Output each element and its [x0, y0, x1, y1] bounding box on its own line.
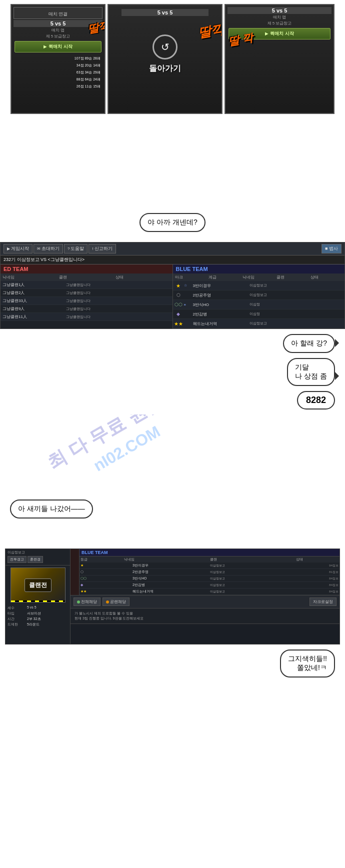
- info-type: 타입 서브미션: [8, 611, 68, 616]
- blue-player-row-4: ◆ 2반감병 이삼정: [173, 310, 345, 319]
- col-status-blue: 상태: [310, 274, 342, 280]
- red-player-row-5: 그냥클랜11人 그냥클랜입니다: [0, 313, 172, 321]
- white-space-2: [0, 480, 345, 494]
- bottom-section: 아 새끼들 나갔어—— 이삼정보고 전투경고 훈련경 클랜전: [0, 494, 345, 682]
- red-player-row-2: 그냥클랜2人 그냥클랜입니다: [0, 289, 172, 297]
- p2-col-name: 닉네임: [124, 557, 209, 562]
- p2-player-4: ◆ 2반감병 이삼정보고 84점보: [80, 582, 340, 588]
- game-panel-2: 이삼정보고 전투경고 훈련경 클랜전 세수: [5, 548, 340, 644]
- match-desc: 가 블노시시 제의 도로함들 볼 수 있을 현재 3팀 진행중 입니다. 9판을…: [72, 610, 338, 622]
- report-label: 이삼정보고: [8, 550, 68, 555]
- game-panel-main: ▶ 게임시작 ✉ 초대하기 ? 도움말 ! 신고하기 ■ 뱁사 232기 이삼정…: [0, 242, 345, 329]
- game-start-btn[interactable]: ▶ 게임시작: [4, 244, 32, 254]
- blue-player-row-1: ★ ☆ 3반이경우 이삼정보고: [173, 281, 345, 290]
- middle-section: 야 아까 개넨데? ▶ 게임시작 ✉ 초대하기 ? 도움말 ! 신고하기 ■: [0, 208, 345, 480]
- dalkak-label-1: 딸깍: [86, 18, 106, 36]
- match-label-1: 매치 연결: [48, 12, 68, 16]
- final-white-space: [0, 682, 345, 832]
- report-section: 이삼정보고 전투경고 훈련경: [6, 549, 70, 566]
- report-btn-2[interactable]: 훈련경: [28, 556, 43, 563]
- score-row: 88점 64승 24패: [14, 76, 102, 82]
- supply-label-3: 제 5 보급창고: [228, 20, 332, 26]
- number-bubble: 8282: [297, 391, 335, 410]
- match-info-rows: 세수 5 vs 5 타입 서브미션 시간 2부 32초 드제한 5라운드: [6, 604, 70, 628]
- col-status-red: 상태: [116, 274, 170, 280]
- bubble-container-1: 야 아까 개넨데?: [0, 208, 345, 242]
- col-clan-blue: 클랜: [276, 274, 308, 280]
- tab-clan-chat[interactable]: 공랜채당: [102, 598, 130, 606]
- p2-player-1: ★ 3반이경우 이삼정보고 94점보: [80, 562, 340, 569]
- p2-player-5: ★★ 헤드는내거역 이삼정보고 84점보: [80, 588, 340, 595]
- chat-bubble-3: 기달 나 상점 좀: [287, 358, 335, 386]
- blue-player-row-5: ★★ 헤드는내거역 이삼정보고: [173, 319, 345, 328]
- teams-container: ED TEAM 닉네임 클랜 상태 그냥클랜1人 그냥클랜입니다 그냥클랜2人 …: [0, 264, 344, 328]
- col-nickname-red: 닉네임: [2, 274, 57, 280]
- red-player-row-4: 그냥클랜9人 그냥클랜입니다: [0, 305, 172, 313]
- blue-side-panel: BLUE TEAM 등급 닉네임 클랜 상태 ★ 3반이경우 이삼정보고 94점…: [80, 549, 340, 595]
- chat-bubble-bottom-2: 그지색히들!! 쫄았네!ㅋ: [280, 650, 335, 678]
- bubble-container-2: 아 할래 강?: [10, 334, 335, 353]
- panel-content: 이삼정보고 전투경고 훈련경 클랜전 세수: [6, 549, 340, 644]
- return-text[interactable]: 돌아가기: [149, 64, 181, 74]
- bubble-container-bottom-1: 아 새끼들 나갔어——: [5, 500, 340, 518]
- clan-label: 클랜전: [24, 578, 52, 592]
- chat-bubble-1: 야 아까 개넨데?: [140, 213, 206, 232]
- col-grade: 계급: [208, 274, 240, 280]
- p2-player-2: ⬡ 2반공주영 이삼정보고 81점보: [80, 569, 340, 576]
- score-table-1: 107점 89승 28패 34점 20승 14패 63점 34승 29패 88점…: [14, 54, 102, 90]
- number-container: 8282: [10, 391, 335, 410]
- screenshot-3: 5 vs 5 매치 맵 제 5 보급창고 퀵매치 시작 딸 깍: [224, 4, 334, 114]
- right-area: BLUE TEAM 등급 닉네임 클랜 상태 ★ 3반이경우 이삼정보고 94점…: [70, 549, 340, 644]
- blue-team-panel: BLUE TEAM 마크 계급 닉네임 클랜 상태 ★ ☆ 3반이경우 이삼정보…: [173, 264, 345, 328]
- screenshot-2: 5 vs 5 ↺ 돌아가기 딸깍: [108, 4, 222, 114]
- col-nickname-blue: 닉네임: [242, 274, 274, 280]
- clan-game-image: 클랜전: [10, 568, 66, 602]
- p2-col-clan: 클랜: [210, 557, 295, 562]
- quick-match-btn-1[interactable]: 퀵매치 시작: [14, 41, 102, 52]
- tab-buttons: 전채채당 공랜채당 자크로설정: [70, 596, 340, 608]
- white-space-1: [0, 118, 345, 208]
- warning-stripe: [11, 600, 65, 602]
- info-time: 시간 2부 32초: [8, 616, 68, 622]
- match-desc-area: 가 블노시시 제의 도로함들 볼 수 있을 현재 3팀 진행중 입니다. 9판을…: [70, 608, 340, 624]
- chat-area: [70, 624, 340, 644]
- red-player-row-3: 그냥클랜33人 그냥클랜입니다: [0, 297, 172, 305]
- score-row: 63점 34승 29패: [14, 70, 102, 76]
- room-btn[interactable]: ■ 뱁사: [322, 244, 342, 254]
- bubble-container-3: 기달 나 상점 좀: [10, 358, 335, 386]
- vs-text-3: 5 vs 5: [228, 7, 332, 14]
- score-row: 107점 89승 28패: [14, 56, 102, 62]
- watermark-area: 최 다 무료 원룸 nI02.COM: [0, 414, 345, 474]
- p2-blue-header: BLUE TEAM: [80, 549, 340, 556]
- p2-col-headers: 등급 닉네임 클랜 상태: [80, 556, 340, 562]
- p2-col-grade: 등급: [80, 557, 123, 562]
- watermark-text-1: 최 다 무료 원룸: [42, 414, 168, 474]
- teams-row: BLUE TEAM 등급 닉네임 클랜 상태 ★ 3반이경우 이삼정보고 94점…: [70, 549, 340, 596]
- report-btns: 전투경고 훈련경: [8, 556, 68, 563]
- panel-header: ▶ 게임시작 ✉ 초대하기 ? 도움말 ! 신고하기 ■ 뱁사: [0, 242, 344, 256]
- report-btn[interactable]: ! 신고하기: [88, 244, 116, 254]
- left-info-area: 이삼정보고 전투경고 훈련경 클랜전 세수: [6, 549, 70, 644]
- red-player-row-1: 그냥클랜1人 그냥클랜입니다: [0, 281, 172, 289]
- col-clan-red: 클랜: [59, 274, 114, 280]
- score-row: 26점 11승 15패: [14, 84, 102, 90]
- match-title: 232기 이삼정보고 VS <그냥클랜입니다>: [0, 256, 344, 264]
- info-count: 세수 5 vs 5: [8, 606, 68, 610]
- chat-overlay: 아 할래 강? 기달 나 상점 좀 8282: [0, 329, 345, 414]
- red-side: [70, 549, 80, 595]
- invite-btn[interactable]: ✉ 초대하기: [34, 244, 63, 254]
- help-btn[interactable]: ? 도움말: [64, 244, 88, 254]
- tab-all-clan[interactable]: 전채채당: [74, 598, 100, 606]
- red-col-headers: 닉네임 클랜 상태: [0, 274, 172, 281]
- blue-col-headers: 마크 계급 닉네임 클랜 상태: [173, 274, 345, 281]
- p2-player-3: ⬡⬡ 3반식HO 이삼정보고 84점보: [80, 576, 340, 582]
- red-team-header: ED TEAM: [0, 264, 172, 274]
- watermark-url: nI02.COM: [90, 422, 164, 474]
- blue-player-row-3: ⬡⬡ ≡ 3반식HO 이삼정: [173, 300, 345, 310]
- review-btn[interactable]: 전투경고: [8, 556, 26, 563]
- chat-bubble-2: 아 할래 강?: [283, 334, 335, 353]
- hack-settings-btn[interactable]: 자크로설정: [310, 598, 336, 606]
- vs-text-2: 5 vs 5: [122, 9, 208, 16]
- top-screenshots-section: 매치 연결 5 vs 5 매치 맵 제 5 보급창고 퀵매치 시작 107점 8…: [0, 0, 345, 118]
- col-mark: 마크: [175, 274, 207, 280]
